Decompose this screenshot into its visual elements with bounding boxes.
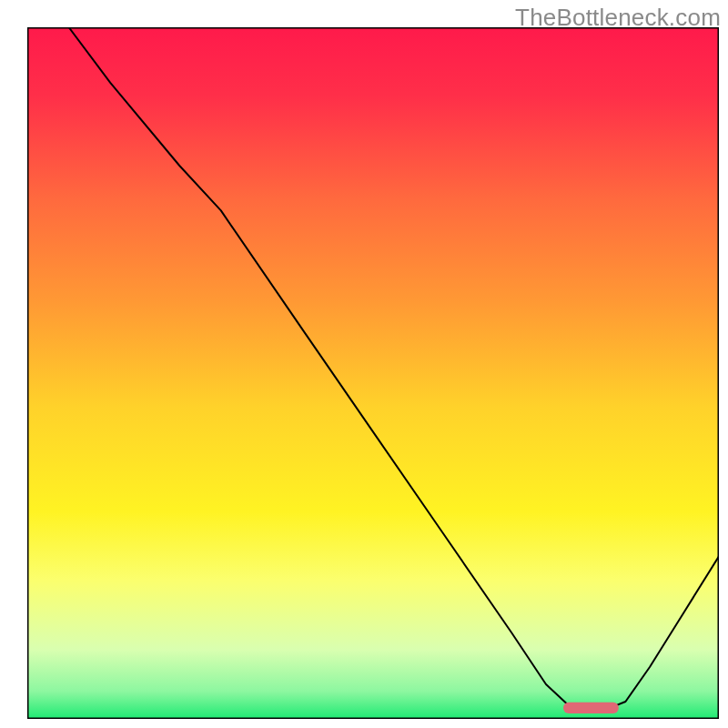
watermark-text: TheBottleneck.com	[515, 4, 721, 32]
chart-marker-band	[563, 703, 619, 713]
chart-plot-area	[27, 27, 719, 719]
chart-svg	[27, 27, 719, 719]
chart-background	[27, 27, 719, 719]
chart-stage: TheBottleneck.com	[0, 0, 728, 728]
